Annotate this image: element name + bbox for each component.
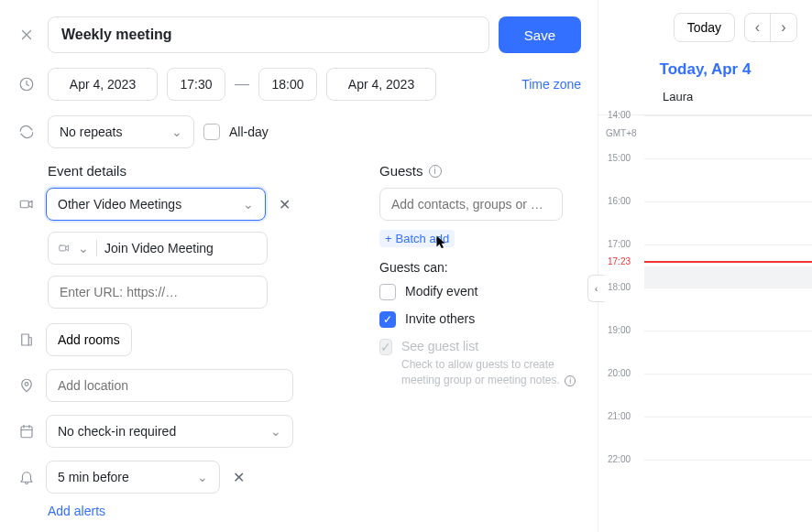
time-slot[interactable]: 20:00 — [644, 374, 812, 417]
time-label: 19:00 — [608, 325, 631, 335]
current-time-label: 17:23 — [608, 256, 631, 266]
timezone-label: GMT+8 — [606, 128, 637, 138]
invite-others-checkbox[interactable]: ✓ — [379, 311, 396, 328]
batch-add-label: Batch add — [396, 232, 450, 245]
busy-block[interactable] — [644, 266, 812, 288]
video-url-input[interactable] — [48, 276, 268, 309]
svg-rect-2 — [60, 245, 66, 251]
time-slot[interactable]: 14:00 — [644, 115, 812, 158]
time-slot[interactable]: 15:00 — [644, 158, 812, 201]
chevron-down-icon: ⌄ — [197, 470, 208, 484]
time-label: 20:00 — [608, 368, 631, 378]
close-icon[interactable] — [18, 27, 35, 43]
remove-video-icon[interactable]: ✕ — [275, 192, 294, 217]
current-time-line: 17:23 — [644, 261, 812, 263]
join-video-button[interactable]: ⌄ Join Video Meeting — [48, 232, 268, 265]
checkin-value: No check-in required — [58, 424, 176, 439]
time-slot[interactable]: 22:00 — [644, 460, 812, 503]
time-label: 14:00 — [608, 110, 631, 120]
repeat-value: No repeats — [60, 125, 122, 139]
start-date-field[interactable]: Apr 4, 2023 — [48, 68, 158, 101]
info-icon[interactable]: i — [565, 375, 576, 386]
time-slot[interactable]: 16:00 — [644, 201, 812, 244]
svg-point-4 — [25, 383, 28, 386]
time-label: 21:00 — [608, 411, 631, 421]
time-dash: — — [235, 76, 249, 92]
clock-icon — [18, 76, 35, 92]
time-label: 16:00 — [608, 196, 631, 206]
add-rooms-button[interactable]: Add rooms — [46, 323, 132, 356]
checkin-select[interactable]: No check-in required ⌄ — [46, 415, 293, 448]
camera-icon — [58, 242, 71, 255]
info-icon[interactable]: i — [429, 165, 442, 178]
join-video-label: Join Video Meeting — [104, 241, 214, 255]
save-button[interactable]: Save — [499, 16, 581, 53]
checkin-icon — [18, 423, 35, 440]
time-label: 17:00 — [608, 239, 631, 249]
timezone-link[interactable]: Time zone — [521, 77, 581, 92]
time-slot[interactable]: 19:00 — [644, 331, 812, 374]
video-icon — [18, 196, 35, 212]
guests-title: Guests — [379, 163, 423, 179]
chevron-down-icon: ⌄ — [171, 125, 182, 139]
reminder-value: 5 min before — [58, 470, 129, 484]
location-icon — [18, 377, 35, 394]
guests-input[interactable] — [379, 188, 563, 221]
chevron-down-icon: ⌄ — [243, 197, 254, 212]
chevron-down-icon: ⌄ — [270, 424, 281, 439]
reminder-select[interactable]: 5 min before ⌄ — [46, 461, 220, 494]
time-label: 15:00 — [608, 153, 631, 163]
event-details-title: Event details — [48, 163, 343, 179]
modify-event-label: Modify event — [405, 284, 477, 299]
invite-others-label: Invite others — [405, 311, 475, 326]
chevron-down-icon: ⌄ — [78, 241, 89, 255]
location-input[interactable] — [46, 369, 293, 402]
event-title-input[interactable] — [48, 16, 489, 53]
see-guest-list-checkbox: ✓ — [379, 339, 392, 355]
see-guest-list-label: See guest list — [401, 339, 581, 353]
svg-rect-3 — [22, 334, 29, 345]
time-slot[interactable]: 21:00 — [644, 417, 812, 460]
room-icon — [18, 331, 35, 348]
svg-rect-5 — [21, 427, 32, 438]
add-alerts-link[interactable]: Add alerts — [48, 504, 105, 518]
svg-rect-1 — [20, 201, 28, 208]
repeat-select[interactable]: No repeats ⌄ — [48, 115, 194, 148]
time-slot[interactable]: 18:00 — [644, 288, 812, 331]
time-label: 22:00 — [608, 454, 631, 464]
start-time-field[interactable]: 17:30 — [167, 68, 225, 101]
prev-day-button[interactable]: ‹ — [745, 14, 771, 41]
repeat-icon — [18, 124, 35, 140]
guests-can-title: Guests can: — [379, 260, 581, 275]
current-date-label: Today, Apr 4 — [613, 60, 797, 79]
today-button[interactable]: Today — [674, 13, 735, 42]
plus-icon: + — [385, 232, 392, 245]
allday-label: All-day — [229, 125, 269, 139]
time-label: 18:00 — [608, 282, 631, 292]
date-nav: ‹ › — [744, 13, 797, 42]
bell-icon — [18, 469, 35, 485]
see-guest-list-desc: Check to allow guests to create meeting … — [401, 358, 560, 386]
batch-add-button[interactable]: + Batch add — [379, 230, 455, 247]
remove-reminder-icon[interactable]: ✕ — [229, 465, 248, 490]
collapse-panel-button[interactable]: ‹ — [587, 275, 604, 302]
video-meeting-select[interactable]: Other Video Meetings ⌄ — [46, 188, 266, 221]
video-meeting-value: Other Video Meetings — [58, 197, 181, 212]
end-date-field[interactable]: Apr 4, 2023 — [326, 68, 436, 101]
allday-checkbox[interactable] — [203, 124, 220, 140]
modify-event-checkbox[interactable] — [379, 284, 396, 300]
day-timeline[interactable]: 14:0015:0016:0017:0018:0019:0020:0021:00… — [644, 115, 812, 503]
end-time-field[interactable]: 18:00 — [258, 68, 317, 101]
next-day-button[interactable]: › — [771, 14, 796, 41]
